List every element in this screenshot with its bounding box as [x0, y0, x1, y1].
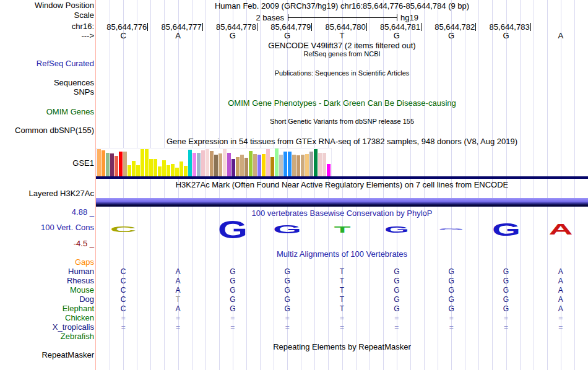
left-label-omim-genes[interactable]: OMIM Genes [0, 108, 94, 116]
left-label-layered-h3k27ac[interactable]: Layered H3K27Ac [0, 189, 94, 198]
alignment-base: G [205, 286, 260, 295]
left-label-x-tropicalis[interactable]: X_tropicalis [0, 323, 94, 332]
gencode-track-title[interactable]: GENCODE V49lift37 (2 items filtered out) [96, 41, 588, 50]
gtex-tissue-bar [314, 149, 318, 176]
alignment-base: G [370, 295, 424, 304]
gtex-tissue-bar [244, 158, 248, 176]
omim-track-title[interactable]: OMIM Gene Phenotypes - Dark Green Can Be… [96, 98, 588, 108]
gtex-tissue-bar [115, 156, 118, 176]
gtex-tissue-bar [318, 153, 322, 176]
alignment-base: C [96, 267, 150, 276]
refseq-track-title[interactable]: RefSeq genes from NCBI [96, 50, 588, 58]
left-label-cons-min: -4.5 _ [0, 239, 94, 248]
left-label-vert-cons[interactable]: 100 Vert. Cons [0, 223, 94, 232]
alignment-base: G [478, 286, 533, 295]
alignment-base: G [370, 286, 424, 295]
ruler-tick [421, 23, 422, 31]
alignment-base: = [370, 314, 424, 322]
alignment-base: T [314, 277, 369, 285]
left-label-common-dbsnp[interactable]: Common dbSNP(155) [0, 126, 94, 135]
alignment-base: A [534, 286, 588, 295]
left-label-window-position: Window Position [0, 1, 94, 10]
gtex-tissue-bar [175, 168, 179, 176]
left-label-human[interactable]: Human [0, 267, 94, 276]
gtex-tissue-bar [119, 152, 123, 176]
gtex-tissue-bar [97, 149, 101, 176]
left-label-gaps[interactable]: Gaps [0, 258, 94, 267]
h3k27ac-track-title[interactable]: H3K27Ac Mark (Often Found Near Active Re… [96, 180, 588, 189]
alignment-base: = [424, 323, 478, 332]
alignment-row-x_tropicalis: ========= [96, 323, 588, 332]
left-label-mouse[interactable]: Mouse [0, 286, 94, 295]
alignment-base: = [478, 323, 533, 332]
alignment-base: = [96, 314, 150, 322]
alignment-base: = [150, 323, 205, 332]
left-label-dog[interactable]: Dog [0, 295, 94, 304]
alignment-base: G [424, 277, 478, 285]
left-label-gse1[interactable]: GSE1 [0, 159, 94, 168]
ruler-coordinate: 85,644,776 [97, 22, 148, 32]
alignment-base: A [150, 304, 205, 313]
scale-value: 2 bases [207, 13, 284, 22]
left-label-chicken[interactable]: Chicken [0, 314, 94, 322]
alignment-base: G [260, 267, 314, 276]
gtex-tissue-bar [141, 149, 144, 176]
gtex-tissue-bar [249, 151, 253, 176]
alignment-base: G [260, 277, 314, 285]
h3k27ac-signal-bar[interactable] [96, 198, 588, 207]
alignment-base: = [150, 314, 205, 322]
alignment-base: G [424, 267, 478, 276]
left-label-rhesus[interactable]: Rhesus [0, 277, 94, 285]
multiz-track-title[interactable]: Multiz Alignments of 100 Vertebrates [96, 249, 588, 259]
base-letter: G [478, 31, 533, 40]
gtex-tissue-bar [309, 152, 313, 176]
base-letter: A [534, 31, 588, 40]
alignment-base: T [150, 295, 205, 304]
gtex-tissue-bar [283, 152, 287, 176]
alignment-base: G [370, 304, 424, 313]
ruler-tick [530, 23, 531, 31]
gtex-tissue-bar [153, 159, 157, 176]
track-area[interactable]: Human Feb. 2009 (GRCh37/hg19) chr16:85,6… [96, 0, 588, 370]
left-label-repeatmasker[interactable]: RepeatMasker [0, 351, 94, 359]
left-label-elephant[interactable]: Elephant [0, 304, 94, 313]
alignment-base: G [478, 295, 533, 304]
alignment-base: = [205, 323, 260, 332]
gtex-tissue-bar [218, 153, 222, 176]
gtex-tissue-bar [231, 159, 235, 176]
gtex-bar-chart[interactable] [96, 148, 332, 177]
alignment-base: A [534, 295, 588, 304]
left-label-direction-arrow: ---> [0, 32, 94, 40]
alignment-base: A [150, 277, 205, 285]
left-label-refseq-curated[interactable]: RefSeq Curated [0, 59, 94, 68]
gtex-tissue-bar [240, 155, 244, 176]
alignment-base: G [478, 304, 533, 313]
repeatmasker-track-title[interactable]: Repeating Elements by RepeatMasker [96, 342, 588, 351]
gtex-tissue-bar [106, 153, 110, 176]
alignment-base: = [205, 314, 260, 322]
gtex-tissue-bar [275, 148, 279, 176]
left-label-scale: Scale [0, 11, 94, 20]
gtex-tissue-bar [266, 149, 270, 176]
gtex-tissue-bar [305, 154, 309, 176]
alignment-base: G [205, 267, 260, 276]
scale-bar [288, 14, 397, 21]
alignment-row-human: CAGGTGGGA [96, 267, 588, 276]
left-label-sequences[interactable]: Sequences [0, 79, 94, 87]
conservation-track-title[interactable]: 100 vertebrates Basewise Conservation by… [96, 209, 588, 218]
alignment-base: = [370, 323, 424, 332]
alignment-row-dog: CTGGTGGGA [96, 295, 588, 304]
gtex-tissue-bar [236, 157, 240, 176]
gtex-tissue-bar [162, 160, 166, 176]
alignment-row-elephant: CAGGTGGGA [96, 304, 588, 313]
gtex-track-title[interactable]: Gene Expression in 54 tissues from GTEx … [96, 137, 588, 146]
dbsnp-track-title[interactable]: Short Genetic Variants from dbSNP releas… [96, 118, 588, 125]
left-label-zebrafish[interactable]: Zebrafish [0, 332, 94, 341]
gtex-tissue-bar [327, 164, 331, 176]
alignment-base: = [424, 314, 478, 322]
left-label-snps[interactable]: SNPs [0, 88, 94, 97]
base-letter: G [424, 31, 478, 40]
alignment-base: A [534, 267, 588, 276]
publications-track-title[interactable]: Publications: Sequences in Scientific Ar… [96, 69, 588, 77]
gtex-tissue-bar [288, 152, 292, 176]
